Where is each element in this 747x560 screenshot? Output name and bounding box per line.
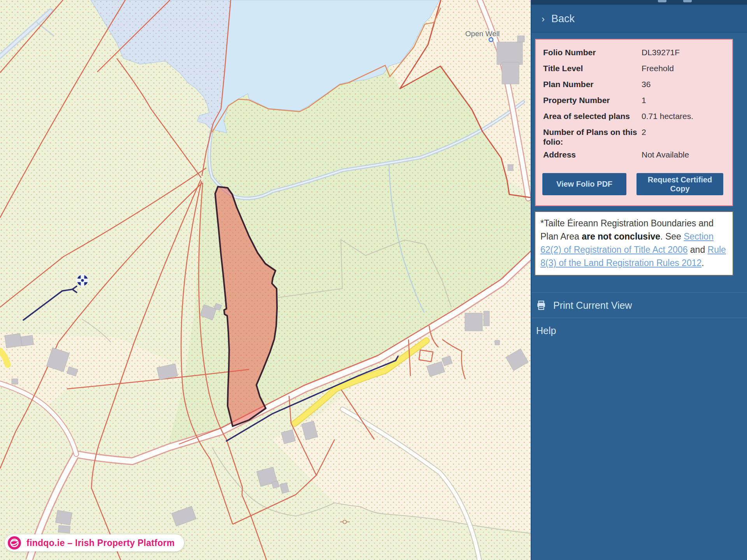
- folio-row-label: Folio Number: [543, 44, 642, 57]
- back-label: Back: [551, 13, 575, 25]
- folio-row-value: 2: [642, 124, 728, 137]
- disclaimer-text: and: [687, 245, 707, 255]
- folio-row: Title Level Freehold: [543, 60, 728, 76]
- findqo-logo-icon: [7, 536, 21, 550]
- folio-row-value: DL39271F: [642, 44, 728, 57]
- folio-row-value: Not Available: [642, 147, 728, 159]
- help-label: Help: [536, 325, 556, 336]
- boundaries-disclaimer: *Tailte Éireann Registration Boundaries …: [535, 211, 733, 276]
- folio-info-panel: Folio Number DL39271F Title Level Freeho…: [535, 39, 733, 206]
- cropped-toolbar-glyph: [658, 0, 666, 2]
- sidebar-top-strip: [531, 0, 747, 5]
- folio-row: Plan Number 36: [543, 76, 728, 92]
- folio-row: Area of selected plans 0.71 hectares.: [543, 108, 728, 124]
- folio-row: Property Number 1: [543, 92, 728, 108]
- help-button[interactable]: Help: [536, 325, 556, 336]
- folio-row: Address Not Available: [543, 147, 728, 163]
- chevron-right-icon: ›: [542, 14, 545, 24]
- print-current-view-button[interactable]: Print Current View: [531, 292, 747, 318]
- folio-row-value: 0.71 hectares.: [642, 108, 728, 121]
- folio-row-value: Freehold: [642, 60, 728, 73]
- attribution-text: findqo.ie – Irish Property Platform: [26, 538, 175, 548]
- folio-row-label: Address: [543, 147, 642, 159]
- disclaimer-bold: are not conclusive: [582, 231, 660, 242]
- disclaimer-text: .: [701, 258, 704, 268]
- print-label: Print Current View: [553, 300, 632, 311]
- well-poi-icon: [489, 38, 493, 42]
- printer-icon: [536, 300, 546, 310]
- attribution-badge[interactable]: findqo.ie – Irish Property Platform: [5, 534, 184, 551]
- map-viewer-window: Open Well › Back Folio Number DL39271F T…: [0, 0, 747, 560]
- request-certified-copy-button[interactable]: Request Certified Copy: [637, 173, 723, 195]
- view-folio-pdf-button[interactable]: View Folio PDF: [542, 173, 626, 195]
- folio-row-value: 1: [642, 92, 728, 105]
- disclaimer-text: . See: [660, 231, 684, 242]
- back-button[interactable]: › Back: [531, 5, 747, 33]
- folio-row-label: Title Level: [543, 60, 642, 73]
- folio-row-label: Plan Number: [543, 76, 642, 89]
- folio-row: Number of Plans on this folio: 2: [543, 124, 728, 147]
- folio-row-label: Area of selected plans: [543, 108, 642, 121]
- folio-row-label: Property Number: [543, 92, 642, 105]
- folio-row: Folio Number DL39271F: [543, 44, 728, 60]
- folio-row-label: Number of Plans on this folio:: [543, 124, 642, 147]
- cropped-toolbar-glyph: [683, 0, 692, 2]
- folio-sidebar: › Back Folio Number DL39271F Title Level…: [531, 0, 747, 560]
- map-label-open-well: Open Well: [465, 30, 500, 38]
- folio-row-value: 36: [642, 76, 728, 89]
